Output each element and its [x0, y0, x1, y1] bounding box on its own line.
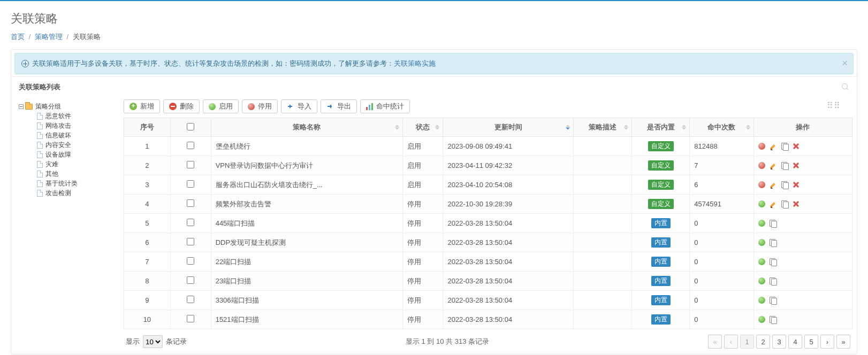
- tree-item[interactable]: 设备故障: [37, 150, 119, 159]
- cell-builtin: 内置: [631, 233, 689, 252]
- copy-icon[interactable]: [770, 316, 776, 323]
- select-all-checkbox[interactable]: [187, 123, 194, 130]
- page-length: 显示 10 条记录: [126, 335, 187, 348]
- cell-name: 频繁外部攻击告警: [211, 195, 402, 214]
- page-number[interactable]: 1: [740, 335, 754, 349]
- status-dot-icon[interactable]: [758, 181, 765, 188]
- add-button[interactable]: 新增: [124, 99, 160, 113]
- edit-icon[interactable]: [770, 143, 777, 150]
- builtin-badge: 自定义: [648, 199, 674, 209]
- col-name[interactable]: 策略名称: [211, 118, 402, 137]
- export-button[interactable]: 导出: [321, 99, 357, 113]
- col-index[interactable]: 序号: [124, 118, 171, 137]
- copy-icon[interactable]: [770, 239, 776, 246]
- col-check[interactable]: [170, 118, 211, 137]
- tree-item-label: 其他: [45, 169, 58, 179]
- copy-icon[interactable]: [770, 297, 776, 304]
- copy-icon[interactable]: [781, 162, 788, 169]
- close-icon[interactable]: ×: [842, 58, 848, 69]
- delete-icon[interactable]: [793, 200, 800, 207]
- copy-icon[interactable]: [781, 143, 788, 150]
- copy-icon[interactable]: [770, 277, 776, 284]
- builtin-badge: 自定义: [648, 141, 674, 151]
- tree-item[interactable]: 其他: [37, 169, 119, 179]
- tree-item[interactable]: 内容安全: [37, 140, 119, 150]
- status-dot-icon[interactable]: [758, 258, 765, 265]
- col-state[interactable]: 状态: [402, 118, 443, 137]
- row-checkbox[interactable]: [187, 199, 194, 207]
- cell-hits: 812488: [690, 137, 753, 156]
- page-size-select[interactable]: 10: [143, 335, 163, 348]
- cell-state: 停用: [402, 214, 443, 233]
- page-first[interactable]: «: [708, 335, 722, 349]
- edit-icon[interactable]: [770, 181, 777, 189]
- cell-check: [170, 252, 211, 272]
- alert-link[interactable]: 关联策略实施: [394, 59, 436, 68]
- row-checkbox[interactable]: [187, 296, 194, 303]
- page-number[interactable]: 4: [788, 335, 802, 349]
- copy-icon[interactable]: [770, 258, 776, 265]
- tree-item[interactable]: 基于统计类: [37, 179, 119, 188]
- status-dot-icon[interactable]: [758, 316, 765, 323]
- delete-icon[interactable]: [793, 143, 800, 150]
- edit-icon[interactable]: [770, 162, 777, 169]
- copy-icon[interactable]: [781, 181, 788, 188]
- disable-button[interactable]: 停用: [242, 99, 278, 113]
- status-dot-icon[interactable]: [758, 297, 765, 304]
- cell-state: 停用: [402, 195, 443, 214]
- page-info: 显示 1 到 10 共 313 条记录: [406, 337, 489, 346]
- tree-item[interactable]: 灾难: [37, 159, 119, 169]
- cell-time: 2022-10-30 19:28:39: [443, 195, 574, 214]
- col-builtin[interactable]: 是否内置: [631, 118, 689, 137]
- page-last[interactable]: »: [836, 335, 850, 349]
- cell-name: 堡垒机绕行: [211, 137, 402, 156]
- cell-ops: [753, 195, 852, 214]
- status-dot-icon[interactable]: [758, 277, 765, 284]
- search-icon[interactable]: [842, 83, 849, 91]
- row-checkbox[interactable]: [187, 180, 194, 188]
- status-dot-icon[interactable]: [758, 143, 765, 150]
- import-button[interactable]: 导入: [281, 99, 317, 113]
- enable-button[interactable]: 启用: [203, 99, 239, 113]
- tree-item[interactable]: 攻击检测: [37, 188, 119, 198]
- status-dot-icon[interactable]: [758, 239, 765, 246]
- copy-icon[interactable]: [770, 220, 776, 227]
- col-hits[interactable]: 命中次数: [690, 118, 753, 137]
- cell-hits: 7: [690, 156, 753, 175]
- col-time[interactable]: 更新时间: [443, 118, 574, 137]
- tree-root[interactable]: 策略分组: [19, 102, 119, 111]
- policy-tree: 策略分组 恶意软件网络攻击信息破坏内容安全设备故障灾难其他基于统计类攻击检测: [16, 97, 123, 349]
- stats-button[interactable]: 命中统计: [360, 99, 410, 113]
- cell-name: 445端口扫描: [211, 214, 402, 233]
- page-prev[interactable]: ‹: [724, 335, 738, 349]
- delete-button[interactable]: 删除: [163, 99, 200, 113]
- delete-icon[interactable]: [793, 162, 800, 169]
- row-checkbox[interactable]: [187, 315, 194, 322]
- row-checkbox[interactable]: [187, 238, 194, 245]
- breadcrumb-home[interactable]: 首页: [11, 33, 25, 41]
- cell-index: 2: [124, 156, 171, 175]
- status-dot-icon[interactable]: [758, 220, 765, 227]
- row-checkbox[interactable]: [187, 276, 194, 284]
- row-checkbox[interactable]: [187, 257, 194, 265]
- copy-icon[interactable]: [781, 200, 788, 207]
- page-next[interactable]: ›: [820, 335, 834, 349]
- delete-icon[interactable]: [793, 181, 800, 188]
- status-dot-icon[interactable]: [758, 162, 765, 169]
- row-checkbox[interactable]: [187, 161, 194, 168]
- tree-item[interactable]: 恶意软件: [37, 111, 119, 121]
- col-desc[interactable]: 策略描述: [574, 118, 631, 137]
- edit-icon[interactable]: [770, 200, 777, 208]
- page-number[interactable]: 3: [772, 335, 786, 349]
- breadcrumb-group[interactable]: 策略管理: [35, 33, 63, 41]
- collapse-icon[interactable]: [19, 104, 24, 109]
- row-checkbox[interactable]: [187, 142, 194, 149]
- grid-toggle-icon[interactable]: ⠿⠿: [827, 101, 841, 111]
- page-number[interactable]: 2: [756, 335, 770, 349]
- page-number[interactable]: 5: [804, 335, 818, 349]
- tree-item[interactable]: 信息破坏: [37, 130, 119, 140]
- status-dot-icon[interactable]: [758, 200, 765, 207]
- cell-check: [170, 233, 211, 252]
- row-checkbox[interactable]: [187, 219, 194, 226]
- tree-item[interactable]: 网络攻击: [37, 121, 119, 130]
